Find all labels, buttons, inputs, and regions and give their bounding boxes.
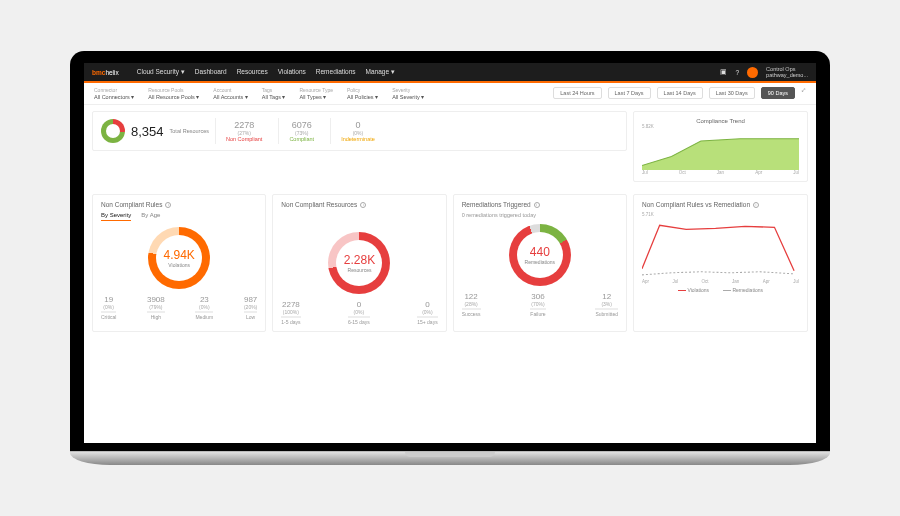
panel3-donut: 440 Remediations <box>509 224 571 286</box>
panel3-sub: 0 remediations triggered today <box>462 212 618 218</box>
panel2-breakdown: 2278(100%)1-5 days 0(0%)6-15 days 0(0%)1… <box>281 300 437 325</box>
time-7d[interactable]: Last 7 Days <box>608 87 651 99</box>
screen-bezel: bmchelix Cloud Security ▾ Dashboard Reso… <box>70 51 830 451</box>
bd-low[interactable]: 987(20%)Low <box>244 295 257 320</box>
bd-critical[interactable]: 19(0%)Critical <box>101 295 116 320</box>
panel4-title: Non Compliant Rules vs Remediationi <box>642 201 799 208</box>
panel1-title: Non Compliant Rulesi <box>101 201 257 208</box>
time-24h[interactable]: Last 24 Hours <box>553 87 601 99</box>
avatar[interactable] <box>747 67 758 78</box>
panel4-legend: Violations Remediations <box>642 287 799 293</box>
time-90d[interactable]: 90 Days <box>761 87 795 99</box>
filter-tags[interactable]: TagsAll Tags ▾ <box>262 87 286 100</box>
stat-indeterminate[interactable]: 0 (0%) Indeterminate <box>330 118 385 144</box>
stat-compliant[interactable]: 6076 (73%) Compliant <box>278 118 324 144</box>
time-range: Last 24 Hours Last 7 Days Last 14 Days L… <box>553 87 806 99</box>
bd-submitted[interactable]: 12(3%)Submitted <box>595 292 618 317</box>
trend-chart <box>642 132 799 170</box>
nav-dashboard[interactable]: Dashboard <box>195 68 227 76</box>
filter-connector[interactable]: ConnectorAll Connectors ▾ <box>94 87 134 100</box>
nav-resources[interactable]: Resources <box>237 68 268 76</box>
panel2-donut: 2.28K Resources <box>328 232 390 294</box>
filter-resource-pools[interactable]: Resource PoolsAll Resource Pools ▾ <box>148 87 199 100</box>
user-info[interactable]: Control Opspathway_demo... <box>766 66 808 78</box>
top-nav: bmchelix Cloud Security ▾ Dashboard Reso… <box>84 63 816 81</box>
panel3-breakdown: 122(28%)Success 306(70%)Failure 12(3%)Su… <box>462 292 618 317</box>
panel1-donut: 4.94K Violations <box>148 227 210 289</box>
bd-medium[interactable]: 23(0%)Medium <box>195 295 213 320</box>
info-icon[interactable]: i <box>753 202 759 208</box>
panel1-tabs: By Severity By Age <box>101 212 257 221</box>
laptop-base <box>70 451 830 465</box>
summary-card: 8,354 Total Resources 2278 (27%) Non Com… <box>92 111 627 151</box>
total-value: 8,354 <box>131 124 164 139</box>
nav-remediations[interactable]: Remediations <box>316 68 356 76</box>
panel3-title: Remediations Triggeredi <box>462 201 618 208</box>
trend-xaxis: JulOctJanAprJul <box>642 170 799 175</box>
filter-severity[interactable]: SeverityAll Severity ▾ <box>392 87 424 100</box>
compliance-trend-card: Compliance Trend 5.82K JulOctJanAprJul <box>633 111 808 182</box>
stat-noncompliant[interactable]: 2278 (27%) Non Compliant <box>215 118 272 144</box>
filter-resource-type[interactable]: Resource TypeAll Types ▾ <box>299 87 333 100</box>
help-icon[interactable]: ? <box>735 69 739 76</box>
expand-icon[interactable]: ⤢ <box>801 87 806 99</box>
nav-product[interactable]: Cloud Security ▾ <box>137 68 185 76</box>
info-icon[interactable]: i <box>165 202 171 208</box>
time-14d[interactable]: Last 14 Days <box>657 87 703 99</box>
main-nav: Cloud Security ▾ Dashboard Resources Vio… <box>137 68 711 76</box>
dashboard-content: 8,354 Total Resources 2278 (27%) Non Com… <box>84 105 816 188</box>
tab-by-age[interactable]: By Age <box>141 212 160 221</box>
filter-policy[interactable]: PolicyAll Policies ▾ <box>347 87 378 100</box>
filter-bar: ConnectorAll Connectors ▾ Resource Pools… <box>84 83 816 105</box>
screen: bmchelix Cloud Security ▾ Dashboard Reso… <box>84 63 816 443</box>
top-icons: ▣ ? Control Opspathway_demo... <box>720 66 808 78</box>
bd-high[interactable]: 3908(79%)High <box>147 295 165 320</box>
tab-by-severity[interactable]: By Severity <box>101 212 131 221</box>
panel-noncompliant-rules: Non Compliant Rulesi By Severity By Age … <box>92 194 266 332</box>
filter-account[interactable]: AccountAll Accounts ▾ <box>213 87 248 100</box>
time-30d[interactable]: Last 30 Days <box>709 87 755 99</box>
panel1-breakdown: 19(0%)Critical 3908(79%)High 23(0%)Mediu… <box>101 295 257 320</box>
panels-row: Non Compliant Rulesi By Severity By Age … <box>84 194 816 332</box>
panel4-xaxis: AprJulOctJanAprJul <box>642 279 799 284</box>
panel2-title: Non Compliant Resourcesi <box>281 201 437 208</box>
total-resources: 8,354 Total Resources <box>101 118 209 144</box>
bd-failure[interactable]: 306(70%)Failure <box>530 292 545 317</box>
laptop-frame: bmchelix Cloud Security ▾ Dashboard Reso… <box>70 51 830 465</box>
nav-violations[interactable]: Violations <box>278 68 306 76</box>
trend-ylabel: 5.82K <box>642 124 799 129</box>
panel-remediations: Remediations Triggeredi 0 remediations t… <box>453 194 627 332</box>
camera-icon[interactable]: ▣ <box>720 68 727 76</box>
bd-6-15days[interactable]: 0(0%)6-15 days <box>348 300 370 325</box>
bd-1-5days[interactable]: 2278(100%)1-5 days <box>281 300 300 325</box>
info-icon[interactable]: i <box>534 202 540 208</box>
bd-15plus[interactable]: 0(0%)15+ days <box>417 300 437 325</box>
total-donut-icon <box>101 119 125 143</box>
panel4-chart <box>642 217 799 279</box>
total-label: Total Resources <box>170 128 209 134</box>
panel-noncompliant-resources: Non Compliant Resourcesi 2.28K Resources… <box>272 194 446 332</box>
nav-manage[interactable]: Manage ▾ <box>366 68 395 76</box>
bd-success[interactable]: 122(28%)Success <box>462 292 481 317</box>
panel-rules-vs-remediation: Non Compliant Rules vs Remediationi 5.71… <box>633 194 808 332</box>
info-icon[interactable]: i <box>360 202 366 208</box>
brand-logo: bmchelix <box>92 69 119 76</box>
